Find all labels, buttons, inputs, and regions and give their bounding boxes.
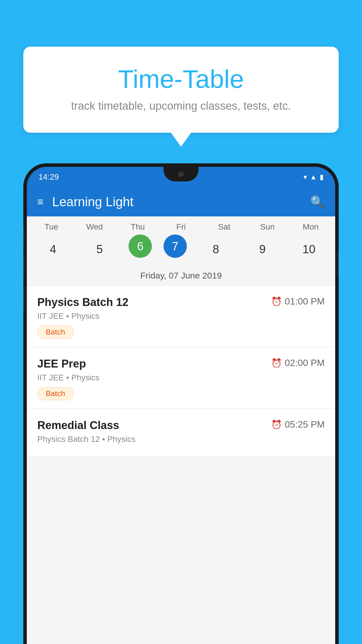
day-numbers: 4 5 6 7 8 9 10 [27,235,335,264]
menu-icon[interactable]: ≡ [37,196,43,208]
day-header-thu: Thu [120,222,155,232]
schedule-item-3-time: ⏰ 05:25 PM [271,419,325,430]
wifi-icon: ▾ [303,173,307,181]
power-button [338,251,339,274]
day-7-selected[interactable]: 7 [164,235,187,258]
schedule-item-2[interactable]: JEE Prep ⏰ 02:00 PM IIT JEE • Physics Ba… [27,347,335,409]
app-feature-subtitle: track timetable, upcoming classes, tests… [41,100,321,112]
day-header-mon: Mon [293,222,328,232]
schedule-item-1-tag: Batch [37,326,74,339]
schedule-item-2-time: ⏰ 02:00 PM [271,358,325,368]
schedule-item-3-time-value: 05:25 PM [285,419,325,430]
phone-screen: 14:29 ▾ ▲ ▮ ≡ Learning Light 🔍 Tue Wed [27,167,335,644]
schedule-item-3[interactable]: Remedial Class ⏰ 05:25 PM Physics Batch … [27,409,335,457]
schedule-item-3-title: Remedial Class [37,419,119,432]
app-bar: ≡ Learning Light 🔍 [27,187,335,216]
schedule-item-2-time-value: 02:00 PM [285,358,325,368]
day-5[interactable]: 5 [82,235,117,264]
app-feature-title: Time-Table [41,64,321,94]
calendar-strip: Tue Wed Thu Fri Sat Sun Mon 4 5 6 7 8 9 … [27,216,335,286]
volume-silent-button [23,228,24,245]
volume-down-button [23,286,24,309]
day-10[interactable]: 10 [291,235,326,264]
day-8[interactable]: 8 [198,235,233,264]
schedule-item-2-header: JEE Prep ⏰ 02:00 PM [37,358,325,370]
screen-content: Tue Wed Thu Fri Sat Sun Mon 4 5 6 7 8 9 … [27,216,335,644]
schedule-item-3-subtitle: Physics Batch 12 • Physics [37,435,325,444]
speech-bubble-container: Time-Table track timetable, upcoming cla… [23,47,339,133]
schedule-item-1-header: Physics Batch 12 ⏰ 01:00 PM [37,296,325,309]
day-6-today[interactable]: 6 [129,235,152,258]
phone-frame: 14:29 ▾ ▲ ▮ ≡ Learning Light 🔍 Tue Wed [23,163,339,644]
day-headers: Tue Wed Thu Fri Sat Sun Mon [27,222,335,232]
schedule-item-1-time: ⏰ 01:00 PM [271,296,325,307]
schedule-item-1-subtitle: IIT JEE • Physics [37,312,325,321]
schedule-item-1-title: Physics Batch 12 [37,296,129,309]
day-header-sat: Sat [207,222,242,232]
clock-icon-2: ⏰ [271,358,282,368]
schedule-list: Physics Batch 12 ⏰ 01:00 PM IIT JEE • Ph… [27,286,335,457]
status-time: 14:29 [38,172,59,182]
search-icon[interactable]: 🔍 [310,195,325,209]
volume-up-button [23,254,24,277]
selected-date-label: Friday, 07 June 2019 [27,268,335,286]
signal-icon: ▲ [310,173,317,181]
app-title: Learning Light [52,195,301,209]
clock-icon-1: ⏰ [271,296,282,307]
schedule-item-3-header: Remedial Class ⏰ 05:25 PM [37,419,325,432]
speech-bubble: Time-Table track timetable, upcoming cla… [23,47,339,133]
day-header-tue: Tue [34,222,69,232]
schedule-item-2-tag: Batch [37,387,74,400]
schedule-item-1-time-value: 01:00 PM [285,296,325,307]
battery-icon: ▮ [320,173,324,181]
day-9[interactable]: 9 [245,235,280,264]
status-bar: 14:29 ▾ ▲ ▮ [27,167,335,187]
day-4[interactable]: 4 [36,235,71,264]
status-icons: ▾ ▲ ▮ [303,173,324,181]
schedule-item-2-subtitle: IIT JEE • Physics [37,373,325,382]
phone-notch [164,167,198,181]
front-camera [178,172,184,177]
day-header-sun: Sun [250,222,285,232]
day-header-fri: Fri [164,222,198,232]
schedule-item-2-title: JEE Prep [37,358,86,370]
clock-icon-3: ⏰ [271,419,282,430]
schedule-item-1[interactable]: Physics Batch 12 ⏰ 01:00 PM IIT JEE • Ph… [27,286,335,347]
day-header-wed: Wed [77,222,112,232]
